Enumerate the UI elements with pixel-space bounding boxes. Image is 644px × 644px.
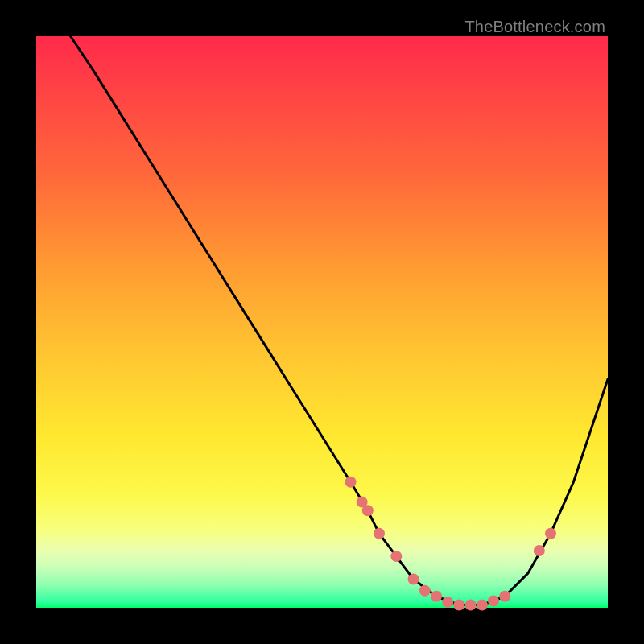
marker-point [362, 505, 374, 516]
marker-point [374, 528, 385, 539]
marker-point [477, 600, 488, 611]
marker-point [488, 596, 499, 607]
highlight-markers [345, 477, 557, 611]
chart-svg [36, 36, 608, 608]
watermark-text: TheBottleneck.com [464, 18, 605, 36]
chart-plot-area [36, 36, 608, 608]
marker-point [431, 591, 442, 602]
marker-point [534, 545, 545, 556]
marker-point [390, 551, 402, 562]
marker-point [465, 600, 477, 611]
marker-point [408, 574, 419, 585]
marker-point [453, 600, 464, 611]
marker-point [442, 597, 453, 608]
marker-point [419, 585, 431, 597]
marker-point [499, 591, 510, 602]
bottleneck-curve [71, 36, 608, 605]
marker-point [345, 477, 357, 488]
marker-point [545, 528, 556, 539]
